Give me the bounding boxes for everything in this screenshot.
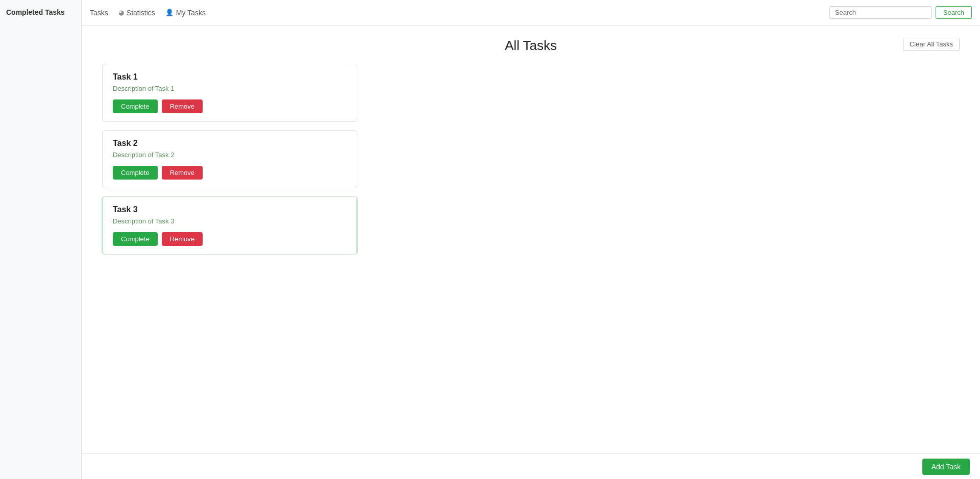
remove-button[interactable]: Remove xyxy=(162,99,203,113)
chart-icon: ◕ xyxy=(118,9,124,16)
complete-button[interactable]: Complete xyxy=(113,232,158,246)
task-title: Task 2 xyxy=(113,139,347,148)
remove-button[interactable]: Remove xyxy=(162,232,203,246)
task-description: Description of Task 3 xyxy=(113,217,347,225)
task-card: Task 1 Description of Task 1 Complete Re… xyxy=(102,64,357,122)
task-list: Task 1 Description of Task 1 Complete Re… xyxy=(102,64,357,255)
nav-my-tasks-label: My Tasks xyxy=(176,9,206,17)
search-input[interactable] xyxy=(829,6,932,19)
complete-button[interactable]: Complete xyxy=(113,166,158,180)
sidebar-title: Completed Tasks xyxy=(6,8,65,16)
remove-button[interactable]: Remove xyxy=(162,166,203,180)
task-actions: Complete Remove xyxy=(113,232,347,246)
nav-my-tasks[interactable]: 👤 My Tasks xyxy=(165,7,206,19)
task-actions: Complete Remove xyxy=(113,99,347,113)
clear-btn-wrapper: Clear All Tasks xyxy=(903,38,960,51)
navbar: Tasks ◕ Statistics 👤 My Tasks Search xyxy=(82,0,980,26)
complete-button[interactable]: Complete xyxy=(113,99,158,113)
title-row: All Tasks Clear All Tasks xyxy=(102,38,960,54)
main-content: All Tasks Clear All Tasks Task 1 Descrip… xyxy=(82,26,980,453)
task-title: Task 3 xyxy=(113,205,347,214)
task-card: Task 3 Description of Task 3 Complete Re… xyxy=(102,196,357,255)
page-title: All Tasks xyxy=(102,38,960,54)
search-area: Search xyxy=(829,6,972,19)
task-actions: Complete Remove xyxy=(113,166,347,180)
add-task-button[interactable]: Add Task xyxy=(922,459,970,475)
task-description: Description of Task 2 xyxy=(113,151,347,159)
search-button[interactable]: Search xyxy=(936,6,972,19)
nav-tasks-label: Tasks xyxy=(90,9,108,17)
task-description: Description of Task 1 xyxy=(113,85,347,92)
task-card: Task 2 Description of Task 2 Complete Re… xyxy=(102,130,357,188)
nav-statistics-label: Statistics xyxy=(127,9,155,17)
nav-statistics[interactable]: ◕ Statistics xyxy=(118,7,155,19)
nav-tasks[interactable]: Tasks xyxy=(90,7,108,19)
person-icon: 👤 xyxy=(165,9,174,16)
sidebar: Completed Tasks xyxy=(0,0,82,479)
footer-bar: Add Task xyxy=(82,453,980,479)
nav-links: Tasks ◕ Statistics 👤 My Tasks xyxy=(90,7,829,19)
clear-all-button[interactable]: Clear All Tasks xyxy=(903,38,960,51)
task-title: Task 1 xyxy=(113,72,347,82)
